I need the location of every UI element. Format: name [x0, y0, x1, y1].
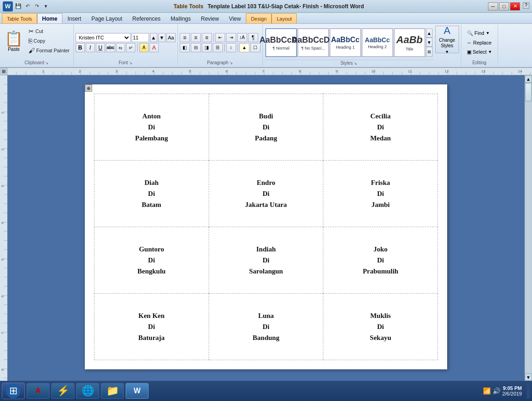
maximize-button[interactable]: □: [499, 2, 509, 11]
label-cell-4[interactable]: Diah Di Batam: [94, 161, 209, 227]
label-cell-9[interactable]: Joko Di Prabumulih: [323, 227, 438, 294]
paste-button[interactable]: 📋 Paste: [2, 26, 26, 57]
label-cell-8[interactable]: Indiah Di Sarolangun: [209, 227, 323, 294]
label-cell-1[interactable]: Anton Di Palembang: [94, 94, 209, 161]
increase-indent-button[interactable]: ⇥: [226, 33, 236, 42]
borders-button[interactable]: ☐: [250, 43, 260, 52]
quick-save-icon[interactable]: 💾: [15, 3, 22, 10]
cut-button[interactable]: ✂ Cut: [27, 27, 72, 36]
bullets-button[interactable]: ≡: [180, 33, 190, 42]
copy-icon: ⎘: [28, 37, 32, 45]
label-city-6: Jambi: [371, 199, 390, 210]
label-cell-12[interactable]: Muklis Di Sekayu: [323, 294, 438, 360]
label-cell-5[interactable]: Endro Di Jakarta Utara: [209, 161, 323, 227]
table-move-handle[interactable]: ⊕: [85, 84, 92, 92]
document-scroll-area[interactable]: ⊕ Anton Di Palembang: [7, 75, 525, 389]
sort-button[interactable]: ↕A: [237, 33, 247, 42]
font-size-input[interactable]: [132, 33, 149, 42]
font-expand-icon[interactable]: ↘: [129, 61, 133, 65]
network-icon[interactable]: 📶: [483, 387, 491, 395]
numbering-button[interactable]: ≡: [191, 33, 201, 42]
close-button[interactable]: ✕: [510, 2, 520, 11]
text-highlight-button[interactable]: A: [139, 43, 149, 52]
tab-review[interactable]: Review: [196, 13, 224, 23]
label-name-10: Ken Ken: [139, 310, 165, 321]
font-size-increase-button[interactable]: ▲: [150, 33, 157, 42]
style-h1-label: Heading 1: [336, 45, 355, 50]
font-size-decrease-button[interactable]: ▼: [158, 33, 166, 42]
change-styles-button[interactable]: A Change Styles ▼: [435, 26, 459, 53]
tab-design[interactable]: Design: [246, 13, 272, 23]
find-button[interactable]: 🔍 Find ▼: [465, 29, 495, 38]
label-cell-10[interactable]: Ken Ken Di Baturaja: [94, 294, 209, 360]
label-cell-2[interactable]: Budi Di Padang: [209, 94, 323, 161]
clear-format-button[interactable]: Aa: [166, 33, 176, 42]
style-h2-text: AaBbCc: [365, 36, 390, 44]
show-desktop-button[interactable]: [526, 383, 530, 399]
quick-print-icon[interactable]: ▼: [42, 3, 50, 10]
taskbar-item-autocad[interactable]: A: [27, 383, 50, 399]
start-button[interactable]: ⊞: [2, 383, 25, 399]
replace-button[interactable]: ↔ Replace: [465, 39, 495, 47]
tab-insert[interactable]: Insert: [62, 13, 86, 23]
font-color-button[interactable]: A: [150, 43, 159, 52]
ruler-toggle-icon[interactable]: ⊞: [0, 68, 7, 75]
volume-icon[interactable]: 🔊: [493, 387, 500, 395]
select-button[interactable]: ▣ Select ▼: [465, 48, 495, 56]
style-title-button[interactable]: AaBb Title: [394, 28, 425, 57]
minimize-button[interactable]: ─: [488, 2, 498, 11]
tab-table-tools[interactable]: Table Tools: [2, 13, 37, 23]
label-cell-3-content: Cecilia Di Medan: [323, 111, 438, 144]
scroll-down-button[interactable]: ▼: [525, 373, 532, 381]
strikethrough-button[interactable]: abc: [106, 43, 115, 52]
font-group: Kristen ITC ▲ ▼ Aa B I U abc x₂ x² A A: [74, 25, 178, 66]
paragraph-expand-icon[interactable]: ↘: [229, 61, 233, 65]
bold-button[interactable]: B: [76, 43, 85, 52]
tab-layout[interactable]: Layout: [272, 13, 297, 23]
taskbar-item-word[interactable]: W: [126, 383, 149, 399]
label-cell-11[interactable]: Luna Di Bandung: [209, 294, 323, 360]
label-cell-3[interactable]: Cecilia Di Medan: [323, 94, 438, 161]
decrease-indent-button[interactable]: ⇤: [215, 33, 225, 42]
underline-button[interactable]: U: [96, 43, 105, 52]
subscript-button[interactable]: x₂: [116, 43, 125, 52]
italic-button[interactable]: I: [86, 43, 95, 52]
styles-more-button[interactable]: ⊞: [426, 47, 432, 57]
style-heading1-button[interactable]: AaBbCc Heading 1: [330, 28, 361, 57]
font-name-select[interactable]: Kristen ITC: [76, 33, 131, 42]
styles-scroll-up-button[interactable]: ▲: [426, 28, 432, 38]
copy-button[interactable]: ⎘ Copy: [27, 36, 72, 45]
vertical-scrollbar[interactable]: ▲ ▼ ⬇: [525, 75, 532, 389]
tab-references[interactable]: References: [127, 13, 166, 23]
tab-view[interactable]: View: [224, 13, 246, 23]
show-marks-button[interactable]: ¶: [248, 33, 258, 42]
label-cell-7[interactable]: Guntoro Di Bengkulu: [94, 227, 209, 294]
line-spacing-button[interactable]: ↕: [226, 43, 236, 52]
superscript-button[interactable]: x²: [126, 43, 135, 52]
multilevel-button[interactable]: ≡: [202, 33, 212, 42]
tab-mailings[interactable]: Mailings: [166, 13, 196, 23]
style-heading2-button[interactable]: AaBbCc Heading 2: [362, 28, 393, 57]
scroll-up-button[interactable]: ▲: [525, 75, 532, 83]
tab-page-layout[interactable]: Page Layout: [86, 13, 127, 23]
scroll-track[interactable]: [525, 83, 532, 373]
quick-undo-icon[interactable]: ↶: [24, 3, 31, 10]
align-right-button[interactable]: ◨: [202, 43, 212, 52]
shading-button[interactable]: ▲: [239, 43, 249, 52]
taskbar-item-chrome[interactable]: 🌐: [76, 383, 99, 399]
taskbar-item-explorer[interactable]: 📁: [101, 383, 124, 399]
style-no-spacing-button[interactable]: AaBbCcDd ¶ No Spaci...: [298, 28, 329, 57]
tab-home[interactable]: Home: [37, 13, 62, 23]
label-cell-6[interactable]: Friska Di Jambi: [323, 161, 438, 227]
scroll-thumb[interactable]: [525, 83, 532, 101]
format-painter-button[interactable]: 🖌 Format Painter: [27, 46, 72, 55]
clipboard-expand-icon[interactable]: ↘: [45, 61, 49, 65]
taskbar-item-app2[interactable]: ⚡: [51, 383, 74, 399]
align-center-button[interactable]: ⊟: [191, 43, 201, 52]
styles-scroll-down-button[interactable]: ▼: [426, 38, 432, 47]
styles-expand-icon[interactable]: ↘: [354, 61, 357, 66]
help-button[interactable]: ?: [523, 2, 529, 9]
quick-redo-icon[interactable]: ↷: [33, 3, 40, 10]
justify-button[interactable]: ☰: [213, 43, 223, 52]
align-left-button[interactable]: ◧: [180, 43, 190, 52]
